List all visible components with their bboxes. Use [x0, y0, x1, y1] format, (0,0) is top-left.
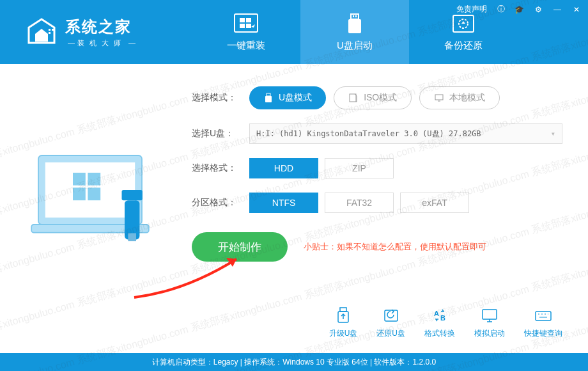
usb-icon: [342, 13, 368, 36]
partition-exfat[interactable]: exFAT: [400, 193, 469, 213]
disclaimer-link[interactable]: 免责声明: [456, 4, 487, 15]
svg-rect-31: [385, 310, 398, 321]
monitor-icon: [481, 306, 499, 324]
svg-rect-0: [49, 29, 50, 31]
logo-subtitle: 装机大师: [65, 38, 138, 48]
mode-row: 选择模式： U盘模式 ISO模式 本地模式: [192, 86, 562, 109]
main-content: 选择模式： U盘模式 ISO模式 本地模式 选择U盘： H:I: (hd1) K…: [0, 64, 588, 339]
mode-usb[interactable]: U盘模式: [249, 86, 326, 109]
graduation-icon[interactable]: 🎓: [514, 4, 524, 15]
svg-rect-6: [240, 24, 245, 28]
format-hdd[interactable]: HDD: [249, 158, 318, 178]
annotation-arrow: [128, 253, 256, 304]
svg-rect-19: [88, 187, 100, 200]
svg-text:B: B: [440, 314, 445, 322]
svg-rect-3: [235, 14, 258, 32]
tab-label: 备份还原: [444, 40, 483, 52]
tab-label: U盘启动: [337, 40, 373, 52]
svg-text:A: A: [434, 310, 439, 317]
minimize-button[interactable]: —: [552, 4, 562, 15]
format-label: 选择格式：: [192, 162, 249, 174]
partition-ntfs[interactable]: NTFS: [249, 193, 318, 213]
bottom-toolbar: 升级U盘 还原U盘 AB 格式转换 模拟启动 快捷键查询: [329, 306, 562, 339]
svg-rect-25: [265, 96, 272, 102]
svg-rect-5: [246, 18, 251, 22]
svg-rect-8: [351, 14, 359, 19]
svg-rect-26: [350, 94, 356, 102]
svg-rect-23: [128, 233, 136, 242]
tool-upgrade-usb[interactable]: 升级U盘: [329, 306, 358, 339]
svg-rect-11: [348, 19, 361, 33]
svg-rect-18: [73, 187, 86, 200]
local-icon: [434, 93, 444, 103]
close-button[interactable]: ✕: [571, 4, 582, 15]
backup-icon: [451, 13, 476, 36]
svg-rect-34: [483, 310, 497, 319]
usb-small-icon: [263, 93, 274, 103]
logo-icon: [26, 16, 58, 48]
svg-rect-24: [267, 93, 270, 96]
tab-reinstall[interactable]: 一键重装: [192, 0, 300, 64]
partition-fat32[interactable]: FAT32: [325, 193, 394, 213]
logo-title: 系统之家: [65, 17, 138, 37]
svg-rect-29: [340, 308, 346, 312]
tab-usb-boot[interactable]: U盘启动: [300, 0, 409, 64]
mode-iso[interactable]: ISO模式: [334, 86, 412, 109]
settings-icon[interactable]: ⚙: [533, 4, 543, 15]
svg-rect-1: [52, 29, 54, 31]
udisk-row: 选择U盘： H:I: (hd1) KingstonDataTraveler 3.…: [192, 123, 562, 144]
tool-restore-usb[interactable]: 还原U盘: [376, 306, 405, 339]
convert-icon: AB: [431, 306, 449, 324]
info-icon[interactable]: ⓘ: [497, 4, 505, 15]
mode-local[interactable]: 本地模式: [419, 86, 500, 109]
laptop-usb-illustration: [19, 144, 173, 259]
svg-rect-2: [49, 32, 50, 34]
svg-rect-10: [355, 15, 357, 17]
svg-rect-4: [240, 18, 245, 22]
logo-area: 系统之家 装机大师: [0, 0, 192, 64]
partition-label: 分区格式：: [192, 197, 249, 209]
tool-simulate-boot[interactable]: 模拟启动: [474, 306, 505, 339]
tab-label: 一键重装: [227, 40, 265, 52]
keyboard-icon: [534, 306, 552, 324]
format-zip[interactable]: ZIP: [325, 158, 394, 178]
svg-rect-16: [73, 173, 86, 186]
format-row: 选择格式： HDD ZIP: [192, 158, 562, 178]
status-bar: 计算机启动类型：Legacy | 操作系统：Windows 10 专业版 64位…: [0, 353, 588, 371]
svg-rect-9: [353, 15, 354, 17]
svg-rect-37: [536, 312, 551, 320]
window-controls: 免责声明 ⓘ 🎓 ⚙ — ✕: [456, 4, 582, 15]
udisk-dropdown[interactable]: H:I: (hd1) KingstonDataTraveler 3.0 (U盘)…: [249, 123, 562, 144]
svg-rect-27: [435, 95, 443, 100]
udisk-label: 选择U盘：: [192, 128, 249, 139]
partition-row: 分区格式： NTFS FAT32 exFAT: [192, 193, 562, 213]
tool-format-convert[interactable]: AB 格式转换: [424, 306, 455, 339]
mode-label: 选择模式：: [192, 92, 249, 104]
restore-icon: [382, 306, 400, 324]
reinstall-icon: [233, 13, 259, 36]
tip-text: 小贴士：如果不知道怎么配置，使用默认配置即可: [304, 241, 486, 253]
svg-rect-21: [122, 190, 143, 200]
svg-rect-17: [88, 173, 100, 186]
iso-icon: [348, 93, 359, 103]
header: 系统之家 装机大师 一键重装 U盘启动 备份还原 免责声明 ⓘ 🎓 ⚙ — ✕: [0, 0, 588, 64]
tool-hotkey-query[interactable]: 快捷键查询: [524, 306, 562, 339]
svg-rect-7: [246, 24, 251, 28]
upgrade-icon: [334, 306, 352, 324]
